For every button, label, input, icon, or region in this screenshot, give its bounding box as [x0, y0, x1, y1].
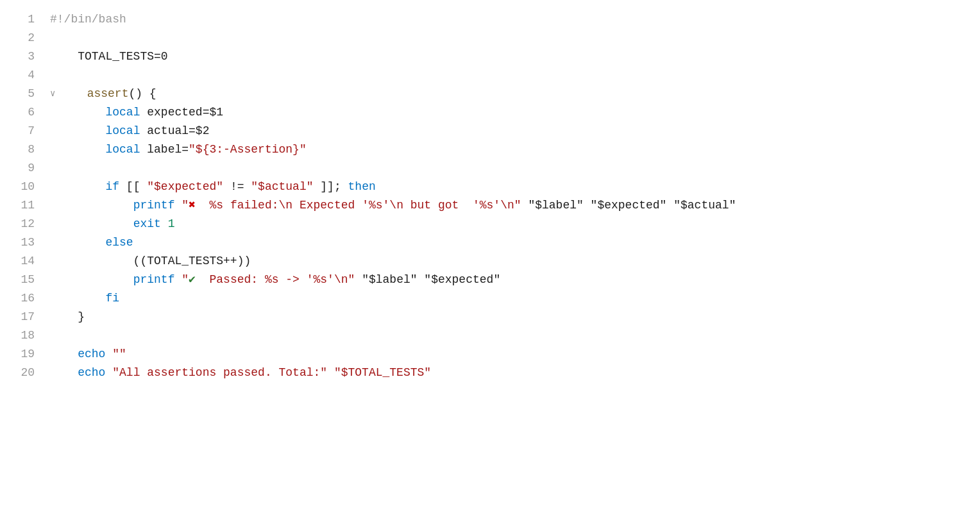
token: [50, 140, 105, 159]
token: fi: [105, 289, 119, 308]
token: Passed: %s -> '%s'\n": [196, 271, 355, 289]
token: "$expected": [147, 178, 223, 196]
token: [50, 364, 78, 382]
token: echo: [78, 345, 105, 364]
code-line-14: ((TOTAL_TESTS++)): [50, 252, 980, 271]
code-line-19: echo "": [50, 345, 980, 364]
token: [50, 196, 133, 215]
token: [50, 345, 78, 364]
token: ((TOTAL_TESTS++)): [50, 252, 251, 271]
code-line-3: TOTAL_TESTS=0: [50, 47, 980, 66]
token: }: [50, 308, 85, 326]
token: [50, 271, 133, 289]
fold-indicator[interactable]: ∨: [50, 87, 55, 101]
token: ✖: [189, 196, 196, 215]
token: ✔: [189, 271, 196, 289]
token: [50, 289, 105, 308]
line-number-10: 10: [15, 178, 35, 196]
code-line-10: if [[ "$expected" != "$actual" ]]; then: [50, 178, 980, 196]
code-line-13: else: [50, 233, 980, 252]
line-number-11: 11: [15, 196, 35, 215]
line-number-2: 2: [15, 29, 35, 47]
token: local: [105, 140, 140, 159]
token: exit: [133, 215, 161, 233]
line-number-16: 16: [15, 289, 35, 308]
code-editor: 1234567891011121314151617181920 #!/bin/b…: [0, 0, 980, 522]
token: [50, 215, 133, 233]
code-line-5: ∨ assert() {: [50, 85, 980, 103]
token: [50, 103, 105, 122]
line-number-9: 9: [15, 159, 35, 178]
token: local: [105, 103, 140, 122]
line-number-7: 7: [15, 122, 35, 140]
token: "All assertions passed. Total:" "$TOTAL_…: [105, 364, 431, 382]
token: assert: [87, 85, 129, 103]
code-line-20: echo "All assertions passed. Total:" "$T…: [50, 364, 980, 382]
code-line-8: local label="${3:-Assertion}": [50, 140, 980, 159]
code-line-4: [50, 66, 980, 85]
token: "$actual": [251, 178, 313, 196]
line-number-8: 8: [15, 140, 35, 159]
line-number-6: 6: [15, 103, 35, 122]
token: echo: [78, 364, 105, 382]
line-number-20: 20: [15, 364, 35, 382]
code-line-9: [50, 159, 980, 178]
code-line-15: printf "✔ Passed: %s -> '%s'\n" "$label"…: [50, 271, 980, 289]
line-number-15: 15: [15, 271, 35, 289]
line-number-19: 19: [15, 345, 35, 364]
token: 1: [161, 215, 175, 233]
token: label=: [140, 140, 189, 159]
line-number-1: 1: [15, 10, 35, 29]
token: [59, 85, 87, 103]
token: expected=$1: [140, 103, 223, 122]
line-number-3: 3: [15, 47, 35, 66]
line-number-14: 14: [15, 252, 35, 271]
token: () {: [128, 85, 156, 103]
token: "$label" "$expected" "$actual": [521, 196, 736, 215]
token: #!/bin/bash: [50, 10, 126, 29]
code-line-2: [50, 29, 980, 47]
token: then: [348, 178, 376, 196]
code-line-12: exit 1: [50, 215, 980, 233]
line-number-13: 13: [15, 233, 35, 252]
token: ": [174, 196, 189, 215]
line-number-4: 4: [15, 66, 35, 85]
token: else: [105, 233, 133, 252]
token: printf: [133, 271, 175, 289]
token: local: [105, 122, 140, 140]
token: "$label" "$expected": [355, 271, 500, 289]
code-line-16: fi: [50, 289, 980, 308]
line-number-18: 18: [15, 326, 35, 345]
token: ": [174, 271, 189, 289]
token: if: [105, 178, 119, 196]
token: %s failed:\n Expected '%s'\n but got '%s…: [196, 196, 521, 215]
line-number-5: 5: [15, 85, 35, 103]
token: [[: [119, 178, 147, 196]
token: ]];: [314, 178, 348, 196]
token: printf: [133, 196, 175, 215]
code-content: #!/bin/bash TOTAL_TESTS=0∨ assert() { lo…: [45, 10, 980, 512]
token: actual=$2: [140, 122, 209, 140]
token: [50, 122, 105, 140]
token: "${3:-Assertion}": [189, 140, 307, 159]
token: TOTAL_TESTS=0: [50, 47, 168, 66]
token: [50, 233, 105, 252]
token: [50, 178, 105, 196]
line-number-12: 12: [15, 215, 35, 233]
line-number-17: 17: [15, 308, 35, 326]
code-line-18: [50, 326, 980, 345]
line-numbers: 1234567891011121314151617181920: [0, 10, 45, 512]
token: !=: [223, 178, 251, 196]
code-line-11: printf "✖ %s failed:\n Expected '%s'\n b…: [50, 196, 980, 215]
token: "": [105, 345, 126, 364]
code-line-7: local actual=$2: [50, 122, 980, 140]
code-line-6: local expected=$1: [50, 103, 980, 122]
code-line-1: #!/bin/bash: [50, 10, 980, 29]
code-line-17: }: [50, 308, 980, 326]
